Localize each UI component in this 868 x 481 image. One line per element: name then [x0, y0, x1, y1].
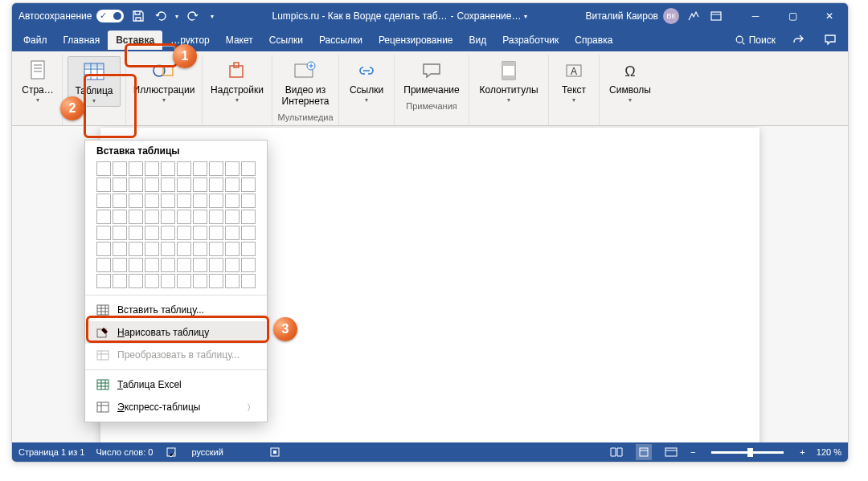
zoom-level[interactable]: 120 %: [817, 447, 841, 457]
close-button[interactable]: ✕: [811, 3, 848, 29]
grid-cell[interactable]: [209, 210, 223, 224]
grid-cell[interactable]: [145, 161, 159, 176]
menu-quick-tables[interactable]: Экспресс-таблицы 〉: [85, 396, 267, 418]
coming-soon-icon[interactable]: [686, 8, 702, 24]
menu-insert-table[interactable]: Вставить таблицу...: [85, 299, 267, 321]
qat-dropdown-icon[interactable]: ▾: [175, 13, 178, 20]
links-button[interactable]: Ссылки ▾: [344, 56, 389, 105]
tab-home[interactable]: Главная: [55, 31, 108, 50]
grid-cell[interactable]: [113, 210, 127, 224]
grid-cell[interactable]: [241, 242, 256, 256]
menu-draw-table[interactable]: Нарисовать таблицу: [85, 321, 267, 344]
grid-cell[interactable]: [96, 194, 111, 208]
qat-customize-icon[interactable]: ▾: [211, 13, 214, 20]
grid-cell[interactable]: [145, 194, 159, 208]
grid-cell[interactable]: [177, 226, 191, 240]
grid-cell[interactable]: [96, 210, 111, 224]
tab-help[interactable]: Справка: [567, 31, 620, 50]
grid-cell[interactable]: [161, 210, 175, 224]
grid-cell[interactable]: [161, 226, 175, 240]
grid-cell[interactable]: [193, 242, 207, 256]
grid-cell[interactable]: [177, 161, 191, 176]
grid-cell[interactable]: [241, 274, 256, 288]
table-size-grid[interactable]: [96, 161, 256, 288]
text-button[interactable]: A Текст ▾: [554, 56, 594, 105]
tab-view[interactable]: Вид: [461, 31, 495, 50]
symbols-button[interactable]: Ω Символы ▾: [604, 56, 656, 105]
grid-cell[interactable]: [113, 242, 127, 256]
grid-cell[interactable]: [193, 161, 207, 176]
grid-cell[interactable]: [96, 258, 111, 272]
grid-cell[interactable]: [145, 242, 159, 256]
grid-cell[interactable]: [145, 258, 159, 272]
grid-cell[interactable]: [145, 210, 159, 224]
grid-cell[interactable]: [145, 226, 159, 240]
grid-cell[interactable]: [129, 274, 143, 288]
tab-developer[interactable]: Разработчик: [494, 31, 567, 50]
zoom-out-button[interactable]: −: [690, 447, 695, 457]
header-footer-button[interactable]: Колонтитулы ▾: [474, 56, 543, 105]
grid-cell[interactable]: [113, 274, 127, 288]
tab-review[interactable]: Рецензирование: [371, 31, 461, 50]
grid-cell[interactable]: [161, 177, 175, 192]
grid-cell[interactable]: [225, 242, 240, 256]
grid-cell[interactable]: [193, 274, 207, 288]
grid-cell[interactable]: [193, 258, 207, 272]
grid-cell[interactable]: [241, 161, 256, 176]
grid-cell[interactable]: [209, 226, 223, 240]
grid-cell[interactable]: [113, 258, 127, 272]
share-button[interactable]: [784, 29, 813, 52]
comments-button[interactable]: [816, 29, 845, 52]
grid-cell[interactable]: [129, 258, 143, 272]
grid-cell[interactable]: [161, 242, 175, 256]
grid-cell[interactable]: [225, 210, 240, 224]
grid-cell[interactable]: [145, 274, 159, 288]
grid-cell[interactable]: [177, 210, 191, 224]
tab-file[interactable]: Файл: [15, 31, 55, 50]
grid-cell[interactable]: [209, 161, 223, 176]
grid-cell[interactable]: [161, 161, 175, 176]
grid-cell[interactable]: [96, 226, 111, 240]
grid-cell[interactable]: [161, 274, 175, 288]
online-video-button[interactable]: Видео из Интернета: [277, 56, 334, 109]
grid-cell[interactable]: [241, 177, 256, 192]
grid-cell[interactable]: [177, 274, 191, 288]
grid-cell[interactable]: [129, 194, 143, 208]
grid-cell[interactable]: [113, 194, 127, 208]
print-layout-icon[interactable]: [636, 444, 652, 460]
grid-cell[interactable]: [225, 194, 240, 208]
grid-cell[interactable]: [241, 194, 256, 208]
status-page[interactable]: Страница 1 из 1: [18, 447, 84, 457]
tell-me-search[interactable]: Поиск: [730, 33, 780, 47]
redo-icon[interactable]: [185, 8, 201, 24]
grid-cell[interactable]: [225, 226, 240, 240]
tab-layout[interactable]: Макет: [218, 31, 261, 50]
grid-cell[interactable]: [209, 274, 223, 288]
read-mode-icon[interactable]: [608, 444, 624, 460]
pages-button[interactable]: Стра… ▾: [18, 56, 57, 105]
grid-cell[interactable]: [177, 177, 191, 192]
grid-cell[interactable]: [225, 258, 240, 272]
minimize-button[interactable]: ─: [737, 3, 774, 29]
status-language[interactable]: русский: [191, 447, 223, 457]
spellcheck-icon[interactable]: [164, 444, 180, 460]
grid-cell[interactable]: [241, 258, 256, 272]
comment-button[interactable]: Примечание: [399, 56, 464, 98]
grid-cell[interactable]: [241, 226, 256, 240]
grid-cell[interactable]: [113, 177, 127, 192]
grid-cell[interactable]: [177, 258, 191, 272]
grid-cell[interactable]: [161, 258, 175, 272]
grid-cell[interactable]: [225, 274, 240, 288]
grid-cell[interactable]: [113, 226, 127, 240]
grid-cell[interactable]: [96, 242, 111, 256]
zoom-in-button[interactable]: +: [800, 447, 805, 457]
web-layout-icon[interactable]: [663, 444, 679, 460]
tab-insert[interactable]: Вставка: [108, 31, 162, 50]
grid-cell[interactable]: [129, 161, 143, 176]
grid-cell[interactable]: [193, 177, 207, 192]
macro-record-icon[interactable]: [267, 444, 283, 460]
grid-cell[interactable]: [209, 177, 223, 192]
grid-cell[interactable]: [96, 177, 111, 192]
grid-cell[interactable]: [193, 210, 207, 224]
grid-cell[interactable]: [209, 258, 223, 272]
